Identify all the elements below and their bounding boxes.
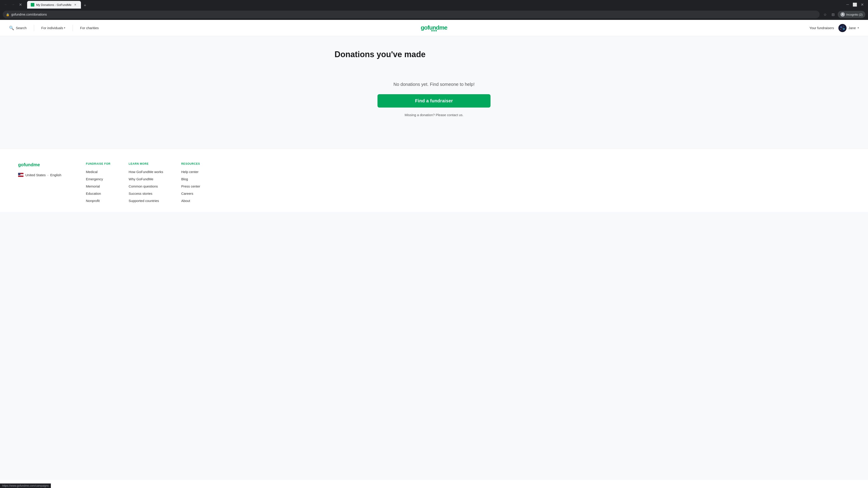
list-item: Press center bbox=[181, 184, 200, 188]
list-item: Nonprofit bbox=[86, 199, 111, 203]
footer-country: United States bbox=[25, 173, 46, 177]
footer-col-resources-heading: RESOURCES bbox=[181, 162, 200, 165]
footer-col-learn: LEARN MORE How GoFundMe works Why GoFund… bbox=[129, 162, 163, 203]
close-button[interactable]: ✕ bbox=[859, 1, 865, 8]
footer-link-emergency[interactable]: Emergency bbox=[86, 177, 103, 181]
page-title: Donations you've made bbox=[335, 50, 533, 59]
list-item: Supported countries bbox=[129, 199, 163, 203]
svg-point-7 bbox=[841, 27, 844, 29]
user-name: Jane bbox=[848, 26, 856, 30]
tab-favicon bbox=[31, 3, 34, 6]
footer-link-about[interactable]: About bbox=[181, 199, 190, 203]
footer-col-fundraise: FUNDRAISE FOR Medical Emergency Memorial… bbox=[86, 162, 111, 203]
footer-link-careers[interactable]: Careers bbox=[181, 192, 193, 195]
footer-link-success[interactable]: Success stories bbox=[129, 192, 152, 195]
back-button[interactable]: ← bbox=[3, 1, 9, 8]
browser-toolbar: 🔒 gofundme.com/donations ☆ ⊟ Incognito (… bbox=[0, 9, 868, 20]
nav-divider-2 bbox=[72, 25, 73, 31]
footer-link-medical[interactable]: Medical bbox=[86, 170, 98, 174]
footer-language: English bbox=[50, 173, 61, 177]
list-item: Blog bbox=[181, 177, 200, 181]
tab-title: My Donations - GoFundMe bbox=[36, 3, 71, 6]
missing-donation-text: Missing a donation? Please contact us. bbox=[405, 113, 463, 117]
list-item: How GoFundMe works bbox=[129, 170, 163, 174]
footer-logo[interactable]: gofundme bbox=[18, 162, 68, 167]
empty-message: No donations yet. Find someone to help! bbox=[393, 82, 474, 87]
browser-titlebar: ← → ✕ My Donations - GoFundMe ✕ + ─ ⬜ ✕ bbox=[0, 0, 868, 9]
logo-dot-3 bbox=[435, 30, 437, 31]
footer-columns: FUNDRAISE FOR Medical Emergency Memorial… bbox=[86, 162, 850, 203]
svg-point-0 bbox=[842, 13, 843, 14]
list-item: Help center bbox=[181, 170, 200, 174]
footer-link-how[interactable]: How GoFundMe works bbox=[129, 170, 163, 174]
footer-link-why[interactable]: Why GoFundMe bbox=[129, 177, 153, 181]
reload-button[interactable]: ✕ bbox=[17, 1, 24, 8]
list-item: Memorial bbox=[86, 184, 111, 188]
footer-col-learn-list: How GoFundMe works Why GoFundMe Common q… bbox=[129, 170, 163, 203]
footer-inner: gofundme United States · English FUNDRAI… bbox=[18, 162, 850, 203]
footer-col-resources-list: Help center Blog Press center Careers Ab bbox=[181, 170, 200, 203]
nav-logo[interactable]: gofundme bbox=[421, 25, 447, 31]
browser-tabs: My Donations - GoFundMe ✕ + bbox=[25, 0, 90, 8]
footer-link-press[interactable]: Press center bbox=[181, 184, 200, 188]
sidebar-button[interactable]: ⊟ bbox=[830, 11, 837, 18]
address-url[interactable]: gofundme.com/donations bbox=[11, 13, 816, 16]
main-content-area: Donations you've made No donations yet. … bbox=[326, 36, 542, 149]
footer-logo-section: gofundme United States · English bbox=[18, 162, 68, 203]
footer-col-learn-heading: LEARN MORE bbox=[129, 162, 163, 165]
toolbar-right: ☆ ⊟ Incognito (2) bbox=[822, 11, 865, 18]
footer-col-fundraise-list: Medical Emergency Memorial Education Non bbox=[86, 170, 111, 203]
us-flag-icon bbox=[18, 173, 24, 177]
footer-link-blog[interactable]: Blog bbox=[181, 177, 188, 181]
nav-left: 🔍 Search For individuals ▾ For charities bbox=[9, 25, 99, 31]
incognito-label: Incognito (2) bbox=[846, 13, 863, 16]
list-item: Careers bbox=[181, 192, 200, 196]
incognito-button[interactable]: Incognito (2) bbox=[838, 11, 865, 18]
search-button[interactable]: 🔍 Search bbox=[9, 26, 27, 31]
footer-link-nonprofit[interactable]: Nonprofit bbox=[86, 199, 100, 203]
your-fundraisers-link[interactable]: Your fundraisers bbox=[809, 26, 834, 30]
footer-logo-text: gofundme bbox=[18, 162, 40, 167]
empty-state: No donations yet. Find someone to help! … bbox=[335, 73, 533, 135]
list-item: Medical bbox=[86, 170, 111, 174]
list-item: Emergency bbox=[86, 177, 111, 181]
address-bar[interactable]: 🔒 gofundme.com/donations bbox=[3, 11, 819, 18]
list-item: About bbox=[181, 199, 200, 203]
minimize-button[interactable]: ─ bbox=[844, 1, 851, 8]
footer-link-countries[interactable]: Supported countries bbox=[129, 199, 159, 203]
user-avatar bbox=[838, 24, 846, 32]
maximize-button[interactable]: ⬜ bbox=[852, 1, 858, 8]
website-content: 🔍 Search For individuals ▾ For charities… bbox=[0, 20, 868, 480]
footer-link-memorial[interactable]: Memorial bbox=[86, 184, 100, 188]
user-menu[interactable]: Jane ▾ bbox=[838, 24, 859, 32]
search-label: Search bbox=[16, 26, 27, 30]
new-tab-button[interactable]: + bbox=[82, 2, 88, 8]
browser-chrome: ← → ✕ My Donations - GoFundMe ✕ + ─ ⬜ ✕ bbox=[0, 0, 868, 20]
footer-link-questions[interactable]: Common questions bbox=[129, 184, 158, 188]
for-individuals-link[interactable]: For individuals ▾ bbox=[41, 26, 66, 30]
forward-button[interactable]: → bbox=[10, 1, 16, 8]
for-charities-link[interactable]: For charities bbox=[80, 26, 99, 30]
list-item: Success stories bbox=[129, 192, 163, 196]
lock-icon: 🔒 bbox=[6, 13, 9, 16]
main-nav: 🔍 Search For individuals ▾ For charities… bbox=[0, 20, 868, 36]
svg-point-6 bbox=[840, 29, 841, 30]
list-item: Why GoFundMe bbox=[129, 177, 163, 181]
logo-dot-2 bbox=[433, 30, 435, 31]
footer-link-help[interactable]: Help center bbox=[181, 170, 199, 174]
footer-link-education[interactable]: Education bbox=[86, 192, 101, 195]
bookmark-button[interactable]: ☆ bbox=[822, 11, 829, 18]
active-tab[interactable]: My Donations - GoFundMe ✕ bbox=[27, 1, 81, 8]
logo-text: gofundme bbox=[421, 25, 447, 31]
window-controls: ─ ⬜ ✕ bbox=[844, 1, 865, 8]
chevron-down-icon: ▾ bbox=[64, 26, 65, 29]
svg-point-4 bbox=[843, 26, 844, 27]
user-chevron-icon: ▾ bbox=[858, 26, 859, 29]
find-fundraiser-button[interactable]: Find a fundraiser bbox=[377, 94, 491, 107]
footer-separator: · bbox=[48, 173, 49, 177]
tab-close-button[interactable]: ✕ bbox=[73, 3, 77, 7]
search-icon: 🔍 bbox=[9, 26, 14, 31]
footer-col-resources: RESOURCES Help center Blog Press center … bbox=[181, 162, 200, 203]
footer-locale[interactable]: United States · English bbox=[18, 173, 68, 177]
footer-col-fundraise-heading: FUNDRAISE FOR bbox=[86, 162, 111, 165]
